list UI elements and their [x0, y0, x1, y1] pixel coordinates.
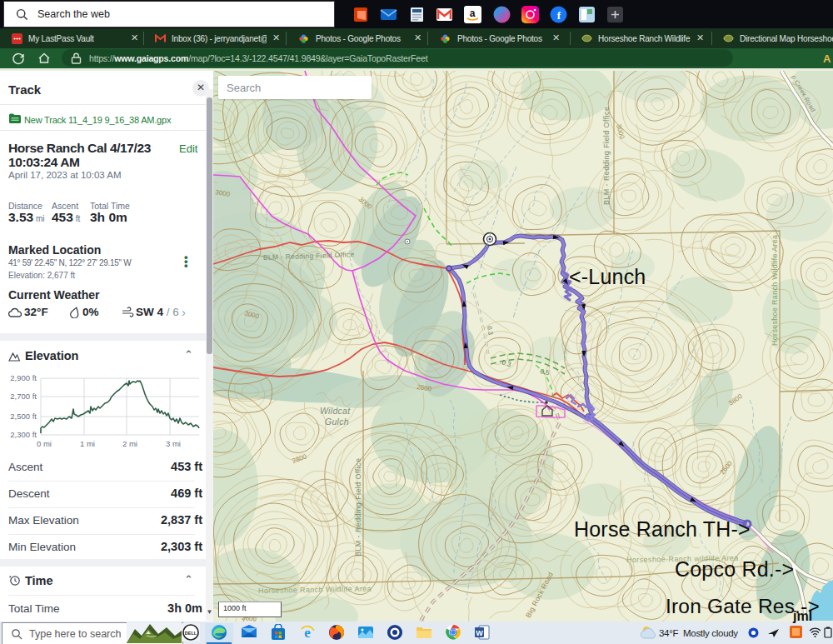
svg-text:2,700 ft: 2,700 ft	[10, 392, 37, 401]
svg-text:1 mi: 1 mi	[80, 439, 95, 448]
svg-text:Horse Ranch TH->: Horse Ranch TH->	[574, 517, 751, 541]
svg-text:Wildcat: Wildcat	[320, 406, 351, 416]
svg-text:2 mi: 2 mi	[122, 439, 137, 448]
svg-text:f: f	[557, 9, 561, 22]
svg-text:0.3: 0.3	[486, 326, 495, 336]
svg-text:2,900 ft: 2,900 ft	[10, 373, 37, 382]
svg-text:Gulch: Gulch	[325, 417, 349, 427]
svg-text:BLM - Redding Field Office: BLM - Redding Field Office	[602, 107, 611, 205]
svg-text:W: W	[476, 629, 483, 637]
svg-text:2,300 ft: 2,300 ft	[10, 430, 37, 439]
svg-text:0 mi: 0 mi	[37, 439, 52, 448]
svg-text:DELL: DELL	[185, 631, 197, 636]
svg-text:2,500 ft: 2,500 ft	[10, 412, 37, 421]
svg-text:<-Lunch: <-Lunch	[569, 265, 646, 288]
svg-text:Copco Rd.->: Copco Rd.->	[675, 557, 794, 581]
svg-text:a: a	[470, 7, 476, 19]
svg-text:BLM - Redding Field Office: BLM - Redding Field Office	[354, 458, 362, 557]
svg-text:3 mi: 3 mi	[166, 439, 181, 448]
svg-text:Horseshoe Ranch Wildlife Area: Horseshoe Ranch Wildlife Area	[771, 235, 779, 346]
